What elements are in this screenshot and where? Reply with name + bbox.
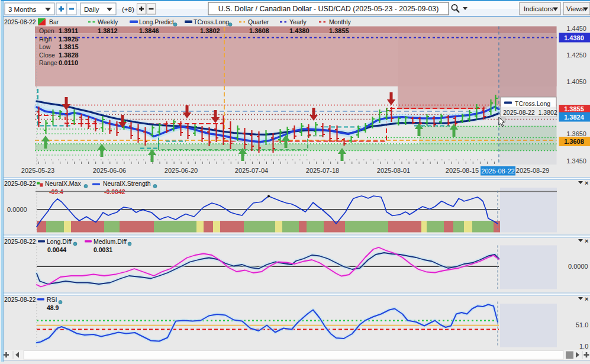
svg-text:1.3846: 1.3846 xyxy=(139,27,159,34)
svg-text:High: High xyxy=(39,36,52,43)
svg-text:0.0000: 0.0000 xyxy=(568,263,588,270)
svg-text:0.0031: 0.0031 xyxy=(94,246,112,253)
svg-text:2025-08-22 1.3802: 2025-08-22 1.3802 xyxy=(503,109,557,116)
svg-text:2025-05-23: 2025-05-23 xyxy=(21,167,54,174)
svg-text:1.3855: 1.3855 xyxy=(329,27,349,34)
svg-text:2025-08-15: 2025-08-15 xyxy=(446,167,479,174)
svg-text:Yearly: Yearly xyxy=(289,18,307,25)
svg-text:NeuralX.Strength: NeuralX.Strength xyxy=(103,180,151,187)
svg-text:1.3608: 1.3608 xyxy=(564,138,584,145)
svg-text:1.3812: 1.3812 xyxy=(98,27,118,34)
svg-text:1.3815: 1.3815 xyxy=(59,43,79,50)
svg-text:(+8): (+8) xyxy=(122,6,134,13)
svg-text:Long.Diff: Long.Diff xyxy=(47,238,72,245)
svg-text:1.4050: 1.4050 xyxy=(566,78,586,85)
svg-text:Long.Predict: Long.Predict xyxy=(139,18,174,25)
svg-text:2025-06-20: 2025-06-20 xyxy=(165,167,198,174)
svg-text:0.0110: 0.0110 xyxy=(59,59,78,66)
svg-text:Quarter: Quarter xyxy=(248,18,269,25)
svg-text:51.0: 51.0 xyxy=(576,321,588,328)
svg-text:1.3608: 1.3608 xyxy=(249,27,269,34)
svg-text:0.0044: 0.0044 xyxy=(47,246,66,253)
svg-text:Views: Views xyxy=(566,5,585,12)
svg-text:Daily: Daily xyxy=(84,6,99,13)
svg-text:2025-07-18: 2025-07-18 xyxy=(306,167,339,174)
svg-text:Bar: Bar xyxy=(49,18,59,25)
svg-text:2025-08-29: 2025-08-29 xyxy=(516,167,549,174)
svg-text:1.3802: 1.3802 xyxy=(200,27,220,34)
svg-text:Close: Close xyxy=(39,51,55,59)
svg-text:1.3450: 1.3450 xyxy=(566,157,586,165)
svg-text:1.3828: 1.3828 xyxy=(59,51,79,59)
svg-text:2025-08-01: 2025-08-01 xyxy=(377,167,410,174)
svg-text:×: × xyxy=(585,179,588,186)
svg-text:1.4380: 1.4380 xyxy=(564,34,584,41)
svg-text:1.3925: 1.3925 xyxy=(59,36,79,43)
svg-text:Weekly: Weekly xyxy=(98,18,118,25)
svg-text:1.3824: 1.3824 xyxy=(564,114,585,121)
svg-text:2025-08-22: 2025-08-22 xyxy=(4,180,36,187)
svg-text:TCross.Long: TCross.Long xyxy=(194,18,229,25)
svg-text:×: × xyxy=(585,295,588,302)
svg-text:Indicators: Indicators xyxy=(524,5,553,12)
svg-text:Medium.Diff: Medium.Diff xyxy=(94,238,127,245)
svg-text:3 Months: 3 Months xyxy=(8,6,37,13)
svg-text:2025-08-22: 2025-08-22 xyxy=(4,296,36,303)
svg-text:2025-08-22: 2025-08-22 xyxy=(481,167,514,175)
svg-text:×: × xyxy=(585,237,588,244)
svg-text:RSI: RSI xyxy=(47,296,57,303)
svg-text:Open: Open xyxy=(39,27,54,34)
svg-text:Monthly: Monthly xyxy=(329,18,352,25)
svg-text:Low: Low xyxy=(39,43,51,50)
svg-text:1.3911: 1.3911 xyxy=(59,27,78,34)
svg-text:0.0000: 0.0000 xyxy=(7,206,27,213)
svg-text:Range: Range xyxy=(39,59,57,66)
svg-text:2025-07-04: 2025-07-04 xyxy=(235,167,268,174)
svg-text:2025-08-22: 2025-08-22 xyxy=(4,18,36,25)
svg-text:2025-06-06: 2025-06-06 xyxy=(93,167,126,174)
svg-text:TCross.Long: TCross.Long xyxy=(515,100,550,107)
svg-text:2025-08-22: 2025-08-22 xyxy=(4,238,36,245)
svg-text:1.4250: 1.4250 xyxy=(566,51,586,59)
svg-text:1.4450: 1.4450 xyxy=(566,25,586,32)
svg-text:1.3855: 1.3855 xyxy=(564,105,584,112)
svg-text:1.0: 1.0 xyxy=(579,343,588,350)
svg-text:1.4380: 1.4380 xyxy=(289,27,309,34)
svg-text:1.3650: 1.3650 xyxy=(566,130,586,137)
svg-text:48.9: 48.9 xyxy=(47,304,59,311)
svg-text:NeuralX.Max: NeuralX.Max xyxy=(45,180,81,187)
svg-text:U.S. Dollar / Canadian Dollar: U.S. Dollar / Canadian Dollar - USD/CAD … xyxy=(218,5,439,13)
